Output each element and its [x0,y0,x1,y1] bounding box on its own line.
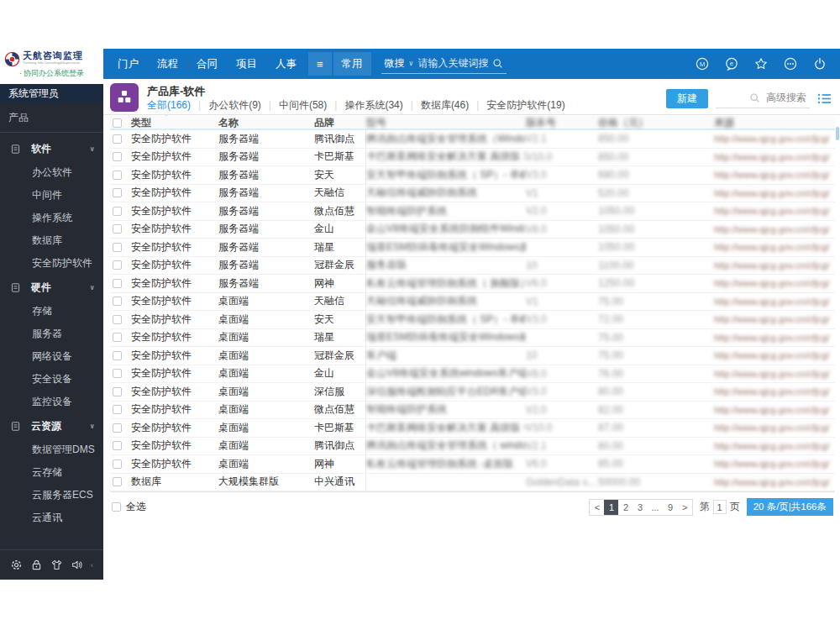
sidebar-item[interactable]: 数据管理DMS [0,438,103,461]
sidebar-group-3[interactable]: 云资源∨ [0,413,103,438]
table-row[interactable]: 安全防护软件服务器端冠群金辰服务器版101100.00http://www.qj… [110,257,835,276]
sidebar-item[interactable]: 安全防护软件 [0,252,103,275]
table-row[interactable]: 安全防护软件桌面端瑞星瑞星ESM防病毒终端安全Windows标准版75.00ht… [110,329,835,348]
scrollbar-thumb[interactable] [836,127,839,140]
cell-source-link[interactable]: http://www.qjcg.gov.cn/cfjcg/ [714,170,835,180]
table-row[interactable]: 安全防护软件桌面端冠群金辰客户端1075.00http://www.qjcg.g… [110,347,835,365]
row-checkbox[interactable] [113,224,122,234]
filter-tab[interactable]: 办公软件(9) [191,98,261,113]
app-menu-button[interactable]: ≡ [308,52,332,76]
search-icon[interactable] [749,92,760,103]
page-button[interactable]: 1 [604,500,618,515]
row-checkbox[interactable] [113,441,122,450]
filter-tab[interactable]: 中间件(58) [261,98,327,113]
sidebar-item[interactable]: 服务器 [0,323,103,345]
select-all-checkbox[interactable] [112,502,121,512]
topnav-item[interactable]: 流程 [148,49,187,79]
table-row[interactable]: 安全防护软件桌面端网神私有云终端管理防御系统 -桌面版V6.085.00http… [110,455,835,474]
table-row[interactable]: 安全防护软件服务器端天融信天融信终端威胁防御系统V1520.00http://w… [110,185,835,203]
cell-source-link[interactable]: http://www.qjcg.gov.cn/cfjcg/ [714,441,835,451]
sidebar-group-2[interactable]: 硬件∨ [0,275,103,300]
row-checkbox[interactable] [113,279,122,288]
advanced-search[interactable]: 高级搜索 [716,89,810,108]
row-checkbox[interactable] [113,387,122,396]
row-checkbox[interactable] [113,171,122,180]
message-m-icon[interactable]: M [696,57,709,71]
global-search[interactable]: 微搜 ∨ 请输入关键词搜 [381,55,507,74]
sidebar-item[interactable]: 存储 [0,300,103,323]
list-view-toggle-icon[interactable] [817,92,832,105]
row-checkbox[interactable] [113,152,122,161]
search-icon[interactable] [492,58,503,69]
row-checkbox[interactable] [113,477,122,486]
page-number-input[interactable]: 1 [713,500,727,514]
row-checkbox[interactable] [113,459,122,469]
table-row[interactable]: 安全防护软件服务器端卡巴斯基卡巴斯基网络安全解决方案 高级版 10节点V10.0… [110,149,835,167]
page-button[interactable]: 2 [618,500,633,515]
table-row[interactable]: 安全防护软件桌面端金山金山V8终端安全系统windows客户端V8.076.00… [110,365,835,384]
topnav-item[interactable]: 项目 [227,49,266,79]
table-row[interactable]: 安全防护软件服务器端微点佰慧智能终端防护系统V2.01050.00http://… [110,202,835,221]
cell-source-link[interactable]: http://www.qjcg.gov.cn/cfjcg/ [714,386,835,396]
page-button[interactable]: 9 [664,500,678,515]
prev-page-button[interactable]: < [590,500,604,515]
table-row[interactable]: 安全防护软件服务器端金山金山V8终端安全系统防御组件Windows服务器V8.0… [110,221,835,239]
star-icon[interactable] [754,57,768,71]
collapse-arrow-icon[interactable]: ‹ [91,561,93,570]
oa-login-link[interactable]: ·协同办公系统登录 [0,68,103,79]
row-checkbox[interactable] [113,369,122,378]
cell-source-link[interactable]: http://www.qjcg.gov.cn/cfjcg/ [714,206,835,216]
row-checkbox[interactable] [113,297,122,306]
sidebar-item[interactable]: 网络设备 [0,345,103,368]
gear-icon[interactable] [10,559,23,571]
table-row[interactable]: 安全防护软件桌面端腾讯御点腾讯御点终端安全管理系统（ windows版 ）/ V… [110,438,835,456]
filter-tab[interactable]: 安全防护软件(19) [469,98,564,113]
sidebar-item[interactable]: 云通讯 [0,507,103,529]
cell-source-link[interactable]: http://www.qjcg.gov.cn/cfjcg/ [714,423,835,433]
topnav-item[interactable]: 人事 [266,49,306,79]
lock-icon[interactable] [30,559,43,571]
sidebar-item[interactable]: 云存储 [0,461,103,484]
cell-source-link[interactable]: http://www.qjcg.gov.cn/cfjcg/ [714,224,835,234]
cell-source-link[interactable]: http://www.qjcg.gov.cn/cfjcg/ [714,260,835,270]
row-checkbox[interactable] [113,423,122,433]
advanced-search-label[interactable]: 高级搜索 [766,91,806,105]
cell-source-link[interactable]: http://www.qjcg.gov.cn/cfjcg/ [714,350,835,360]
new-button[interactable]: 新建 [666,89,708,108]
table-row[interactable]: 安全防护软件服务器端瑞星瑞星ESM防病毒终端安全Windows旗舰版1050.0… [110,239,835,257]
cell-source-link[interactable]: http://www.qjcg.gov.cn/cfjcg/ [714,477,835,487]
table-row[interactable]: 安全防护软件服务器端安天安天智甲终端防御系统（ SP）- 单机版V3.0680.… [110,166,835,185]
table-row[interactable]: 安全防护软件服务器端腾讯御点腾讯御点终端安全管理系统（Windows版）V2.1… [110,130,835,149]
per-page-badge[interactable]: 20 条/页|共166条 [747,498,833,516]
row-checkbox[interactable] [113,243,122,252]
sidebar-item[interactable]: 操作系统 [0,207,103,229]
row-checkbox[interactable] [113,333,122,342]
cell-source-link[interactable]: http://www.qjcg.gov.cn/cfjcg/ [714,405,835,415]
row-checkbox[interactable] [113,315,122,324]
table-row[interactable]: 安全防护软件服务器端网神私有云终端管理防御系统（ 旗舰版）V6.01250.00… [110,275,835,293]
filter-tab[interactable]: 数据库(46) [403,98,469,113]
cell-source-link[interactable]: http://www.qjcg.gov.cn/cfjcg/ [714,134,835,144]
speaker-icon[interactable] [71,559,83,571]
cell-source-link[interactable]: http://www.qjcg.gov.cn/cfjcg/ [714,369,835,379]
cell-source-link[interactable]: http://www.qjcg.gov.cn/cfjcg/ [714,314,835,324]
cell-source-link[interactable]: http://www.qjcg.gov.cn/cfjcg/ [714,278,835,288]
sidebar-item[interactable]: 安全设备 [0,368,103,391]
select-all-header-checkbox[interactable] [113,118,122,128]
topnav-item[interactable]: 门户 [108,49,148,79]
cell-source-link[interactable]: http://www.qjcg.gov.cn/cfjcg/ [714,188,835,198]
cell-source-link[interactable]: http://www.qjcg.gov.cn/cfjcg/ [714,333,835,343]
search-scope-label[interactable]: 微搜 [385,56,405,71]
table-row[interactable]: 安全防护软件桌面端微点佰慧智能终端防护系统V2.082.00http://www… [110,402,835,420]
cell-source-link[interactable]: http://www.qjcg.gov.cn/cfjcg/ [714,459,835,469]
power-icon[interactable] [813,57,827,71]
page-button[interactable]: 3 [633,500,647,515]
row-checkbox[interactable] [113,351,122,360]
table-row[interactable]: 安全防护软件桌面端卡巴斯基卡巴斯基网络安全解决方案 高级版 +01 - K01V… [110,419,835,438]
more-icon[interactable] [784,57,797,71]
table-row[interactable]: 安全防护软件桌面端安天安天智甲终端防御系统（ SP）- 单机版V3.072.00… [110,311,835,329]
row-checkbox[interactable] [113,260,122,270]
sidebar-group-1[interactable]: 软件∨ [0,136,103,161]
cell-source-link[interactable]: http://www.qjcg.gov.cn/cfjcg/ [714,242,835,252]
table-row[interactable]: 安全防护软件桌面端天融信天融信终端威胁防御系统V175.00http://www… [110,293,835,312]
